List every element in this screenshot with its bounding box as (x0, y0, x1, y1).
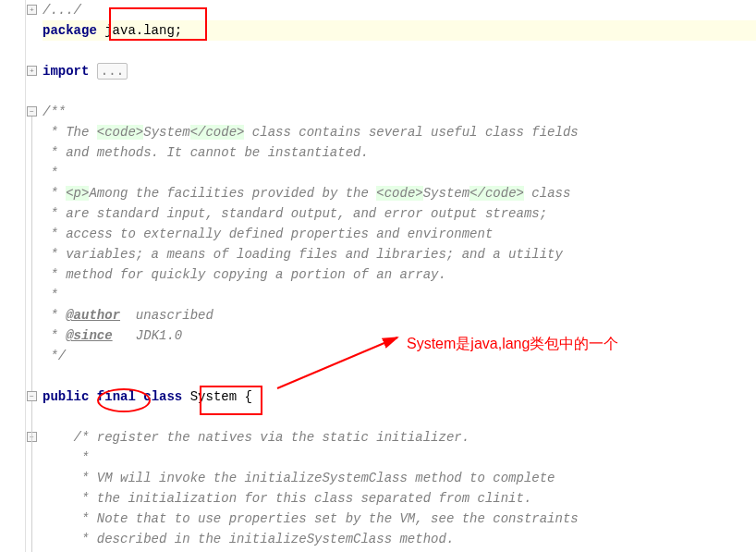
fold-icon[interactable]: + (27, 66, 37, 76)
package-name: java.lang; (97, 23, 182, 38)
javadoc-text: System (423, 186, 469, 201)
javadoc-text: * are standard input, standard output, a… (43, 206, 547, 221)
javadoc-tag: <code> (376, 186, 422, 201)
code-editor[interactable]: + + − − − /.../ package java.lang; impor… (0, 0, 756, 552)
fold-line (31, 117, 32, 391)
javadoc-text: class contains several useful class fiel… (244, 125, 578, 140)
javadoc-author-tag: @author (66, 308, 120, 323)
javadoc-text: class (524, 186, 570, 201)
comment-text: * VM will invoke the initializeSystemCla… (74, 471, 555, 485)
javadoc-text: System (143, 125, 189, 140)
javadoc-tag: <code> (97, 125, 143, 140)
javadoc-text: * (43, 328, 66, 343)
fold-column[interactable]: + + − − − (26, 0, 39, 552)
javadoc-tag: </code> (469, 186, 524, 201)
javadoc-text: Among the facilities provided by the (89, 186, 376, 201)
fold-icon[interactable]: − (27, 106, 37, 117)
folded-block[interactable]: /.../ (43, 3, 81, 18)
folded-imports[interactable]: ... (97, 63, 128, 80)
keyword-class: class (143, 389, 182, 404)
javadoc-since-tag: @since (66, 328, 112, 343)
javadoc-text: * (43, 186, 66, 201)
fold-icon[interactable]: + (27, 5, 37, 15)
javadoc-text: * (43, 166, 58, 180)
keyword-import: import (43, 64, 89, 79)
keyword-final: final (97, 389, 136, 404)
javadoc-text: JDK1.0 (113, 328, 183, 343)
comment-text: /* register the natives via the static i… (74, 430, 469, 445)
comment-text: * described in the initializeSystemClass… (74, 532, 455, 546)
javadoc-text: unascribed (120, 308, 213, 323)
javadoc-text: * method for quickly copying a portion o… (43, 267, 446, 282)
comment-text: * the initialization for this class sepa… (74, 491, 532, 506)
javadoc-text: * variables; a means of loading files an… (43, 247, 563, 262)
brace: { (237, 389, 252, 404)
gutter (0, 0, 26, 552)
javadoc-start: /** (43, 104, 66, 119)
class-name: System (190, 389, 237, 404)
keyword-public: public (43, 389, 89, 404)
annotation-text: System是java,lang类包中的一个 (407, 335, 618, 354)
javadoc-text: * access to externally defined propertie… (43, 227, 493, 241)
comment-text: * (74, 450, 90, 465)
code-area[interactable]: /.../ package java.lang; import ... /** … (39, 0, 756, 552)
comment-text: * Note that to use properties set by the… (74, 511, 579, 526)
javadoc-text: * (43, 308, 66, 323)
fold-line (31, 401, 32, 552)
fold-icon[interactable]: − (27, 391, 37, 401)
javadoc-text: * and methods. It cannot be instantiated… (43, 145, 369, 160)
javadoc-text: * (43, 288, 58, 302)
javadoc-tag: <p> (66, 186, 89, 201)
javadoc-end: */ (43, 349, 66, 363)
javadoc-tag: </code> (190, 125, 245, 140)
javadoc-text: * The (43, 125, 97, 140)
keyword-package: package (43, 23, 97, 38)
